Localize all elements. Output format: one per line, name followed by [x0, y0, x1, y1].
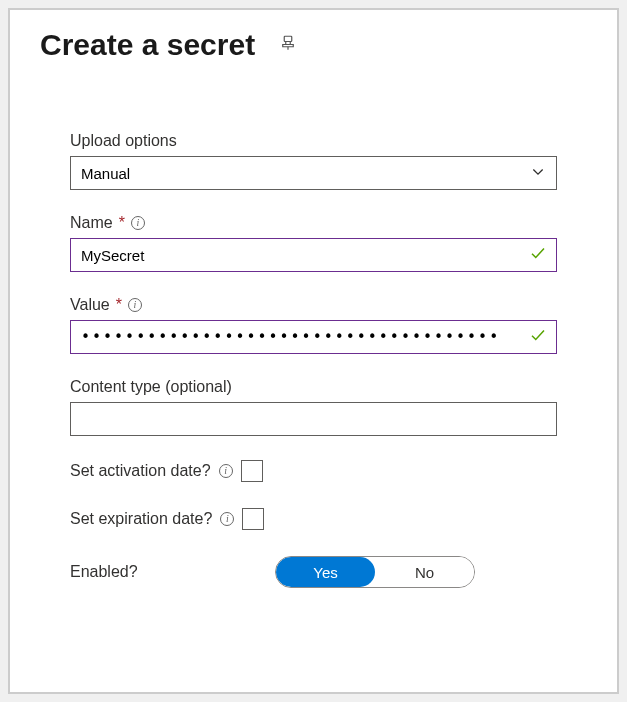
info-icon[interactable]: i: [131, 216, 145, 230]
info-icon[interactable]: i: [219, 464, 233, 478]
content-type-label: Content type (optional): [70, 378, 232, 396]
enabled-no[interactable]: No: [375, 557, 474, 587]
page-title: Create a secret: [40, 28, 255, 62]
header: Create a secret: [40, 28, 587, 62]
expiration-row: Set expiration date? i: [70, 508, 557, 530]
value-field: Value * i: [70, 296, 557, 354]
expiration-checkbox[interactable]: [242, 508, 264, 530]
form-area: Upload options Manual Name * i: [40, 132, 587, 588]
expiration-label: Set expiration date?: [70, 510, 212, 528]
content-type-field: Content type (optional): [70, 378, 557, 436]
enabled-toggle: Yes No: [275, 556, 475, 588]
check-icon: [529, 244, 547, 266]
name-input[interactable]: [70, 238, 557, 272]
upload-options-value: Manual: [81, 165, 130, 182]
value-required: *: [116, 296, 122, 314]
name-required: *: [119, 214, 125, 232]
upload-options-select[interactable]: Manual: [70, 156, 557, 190]
activation-label: Set activation date?: [70, 462, 211, 480]
info-icon[interactable]: i: [128, 298, 142, 312]
upload-options-label: Upload options: [70, 132, 177, 150]
upload-options-field: Upload options Manual: [70, 132, 557, 190]
value-input[interactable]: [70, 320, 557, 354]
value-label: Value: [70, 296, 110, 314]
activation-row: Set activation date? i: [70, 460, 557, 482]
svg-rect-0: [284, 36, 292, 41]
enabled-yes[interactable]: Yes: [276, 557, 375, 587]
create-secret-panel: Create a secret Upload options Manual: [8, 8, 619, 694]
content-type-input[interactable]: [70, 402, 557, 436]
chevron-down-icon: [530, 164, 546, 183]
name-field: Name * i: [70, 214, 557, 272]
activation-checkbox[interactable]: [241, 460, 263, 482]
name-label: Name: [70, 214, 113, 232]
info-icon[interactable]: i: [220, 512, 234, 526]
enabled-row: Enabled? Yes No: [70, 556, 557, 588]
pin-icon[interactable]: [279, 34, 297, 56]
check-icon: [529, 326, 547, 348]
enabled-label: Enabled?: [70, 563, 275, 581]
